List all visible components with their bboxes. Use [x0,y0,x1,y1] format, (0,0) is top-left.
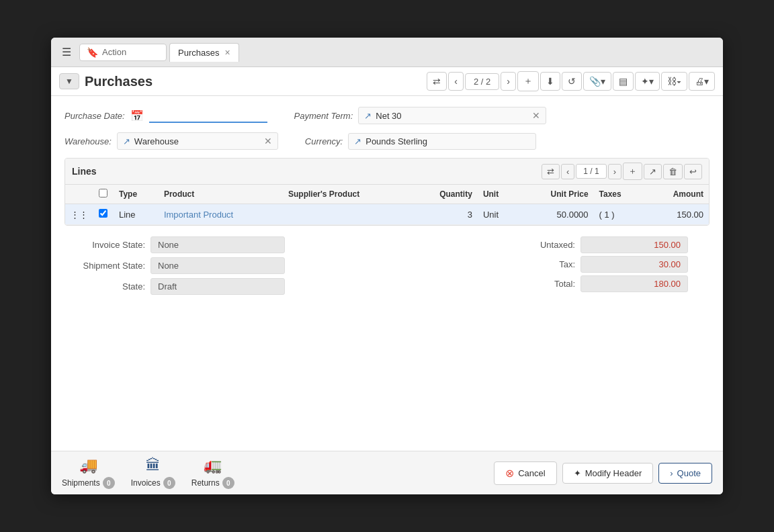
state-row: State: Draft [64,278,494,295]
form-row-2: Warehouse: ↗ Warehouse ✕ Currency: ↗ Pou… [64,132,710,150]
modify-icon: ✦ [574,468,581,478]
shortcut-shipments[interactable]: 🚚 Shipments 0 [62,457,115,489]
invoice-state-label: Invoice State: [64,240,145,250]
row-checkbox[interactable] [99,209,108,218]
payment-term-label: Payment Term: [294,111,353,121]
shortcut-invoices[interactable]: 🏛 Invoices 0 [131,457,175,489]
payment-term-link-icon: ↗ [364,111,372,121]
shipments-label: Shipments 0 [62,477,115,489]
col-unit: Unit [478,185,519,204]
payment-term-field: Payment Term: ↗ Net 30 ✕ [294,107,547,124]
action-buttons: ⊗ Cancel ✦ Modify Header › Quote [494,461,712,485]
cancel-button[interactable]: ⊗ Cancel [494,461,556,485]
bottom-shortcuts: 🚚 Shipments 0 🏛 Invoices 0 🚛 Returns 0 [62,457,494,489]
quote-label: Quote [677,468,701,478]
action-button[interactable]: ✦▾ [635,72,660,91]
product-link[interactable]: Important Product [164,210,233,220]
shipment-state-label: Shipment State: [64,261,145,271]
totals-area: Untaxed: 150.00 Tax: 30.00 Total: 180.00 [494,236,710,299]
col-quantity: Quantity [411,185,478,204]
state-value: Draft [150,278,285,295]
shortcut-returns[interactable]: 🚛 Returns 0 [191,457,234,489]
payment-term-value[interactable]: ↗ Net 30 ✕ [358,107,546,124]
warehouse-label: Warehouse: [64,136,112,146]
switch-view-button[interactable]: ⇄ [427,72,447,91]
hamburger-button[interactable]: ☰ [56,43,77,61]
col-taxes: Taxes [594,185,645,204]
invoices-label: Invoices 0 [131,477,175,489]
purchase-date-input[interactable] [149,109,267,123]
lines-switch-button[interactable]: ⇄ [542,164,560,179]
invoice-state-row: Invoice State: None [64,236,494,253]
lines-toolbar: ⇄ ‹ 1 / 1 › ＋ ↗ 🗑 ↩ [542,163,702,180]
modify-header-button[interactable]: ✦ Modify Header [562,463,654,484]
tab-action[interactable]: 🔖 Action [79,44,167,61]
table-row[interactable]: ⋮⋮ Line Important Product 3 Unit 50.0000… [65,204,709,225]
lines-header: Lines ⇄ ‹ 1 / 1 › ＋ ↗ 🗑 ↩ [65,159,709,185]
warehouse-value[interactable]: ↗ Warehouse ✕ [117,132,278,150]
shipment-state-row: Shipment State: None [64,257,494,274]
download-button[interactable]: ⬇ [540,72,560,91]
invoice-state-value: None [150,236,285,253]
warehouse-field: Warehouse: ↗ Warehouse ✕ [64,132,278,150]
tab-bar: ☰ 🔖 Action Purchases × [51,38,723,67]
cancel-label: Cancel [518,468,545,478]
link-button[interactable]: ⛓▾ [661,72,687,91]
lines-title: Lines [72,166,97,177]
row-unit: Unit [478,204,519,225]
row-checkbox-cell [93,204,114,225]
invoices-badge: 0 [163,477,175,489]
add-button[interactable]: ＋ [517,71,539,91]
lines-add-button[interactable]: ＋ [623,163,642,180]
shipments-icon: 🚚 [79,457,97,474]
toolbar: ▼ Purchases ⇄ ‹ 2 / 2 › ＋ ⬇ ↺ 📎▾ ▤ ✦▾ ⛓▾… [51,67,723,96]
form-area: Purchase Date: 📅 Payment Term: ↗ Net 30 … [51,96,723,451]
select-all-checkbox[interactable] [99,189,108,197]
print-button[interactable]: 🖨▾ [689,72,715,91]
refresh-button[interactable]: ↺ [562,72,582,91]
lines-nav: 1 / 1 [576,164,606,179]
row-supplier-product [283,204,411,225]
quote-button[interactable]: › Quote [658,463,712,484]
prev-button[interactable]: ‹ [448,72,464,91]
total-row: Total: 180.00 [508,275,710,292]
total-value: 180.00 [580,275,688,292]
col-amount: Amount [645,185,709,204]
lines-prev-button[interactable]: ‹ [561,164,574,179]
bookmark-icon: 🔖 [87,47,98,58]
tab-close-button[interactable]: × [224,48,230,57]
payment-term-clear-button[interactable]: ✕ [532,110,540,121]
untaxed-row: Untaxed: 150.00 [508,236,710,253]
returns-badge: 0 [222,477,234,489]
row-type: Line [114,204,159,225]
next-button[interactable]: › [501,72,516,91]
summary-area: Invoice State: None Shipment State: None… [64,226,710,299]
total-label: Total: [508,279,575,289]
row-product: Important Product [159,204,283,225]
row-quantity: 3 [411,204,478,225]
purchase-date-label: Purchase Date: [64,111,125,121]
currency-label: Currency: [305,136,343,146]
row-amount: 150.00 [645,204,709,225]
dropdown-button[interactable]: ▼ [59,73,79,89]
tax-value: 30.00 [580,256,688,273]
lines-open-button[interactable]: ↗ [644,164,662,179]
warehouse-clear-button[interactable]: ✕ [264,136,272,146]
lines-delete-button[interactable]: 🗑 [663,164,683,179]
tax-row: Tax: 30.00 [508,256,710,273]
cancel-icon: ⊗ [505,467,514,480]
calendar-icon[interactable]: 📅 [130,109,144,122]
tab-purchases[interactable]: Purchases × [169,43,239,62]
attach-button[interactable]: 📎▾ [583,72,611,91]
shipments-badge: 0 [103,477,115,489]
state-label: State: [64,281,145,292]
lines-next-button[interactable]: › [608,164,621,179]
purchases-tab-label: Purchases [178,48,219,58]
purchase-date-field: Purchase Date: 📅 [64,109,267,123]
col-type: Type [114,185,159,204]
lines-section: Lines ⇄ ‹ 1 / 1 › ＋ ↗ 🗑 ↩ [64,158,710,226]
lines-undo-button[interactable]: ↩ [684,164,702,179]
currency-value[interactable]: ↗ Pounds Sterling [348,133,536,150]
returns-icon: 🚛 [204,457,222,474]
message-button[interactable]: ▤ [613,72,634,91]
